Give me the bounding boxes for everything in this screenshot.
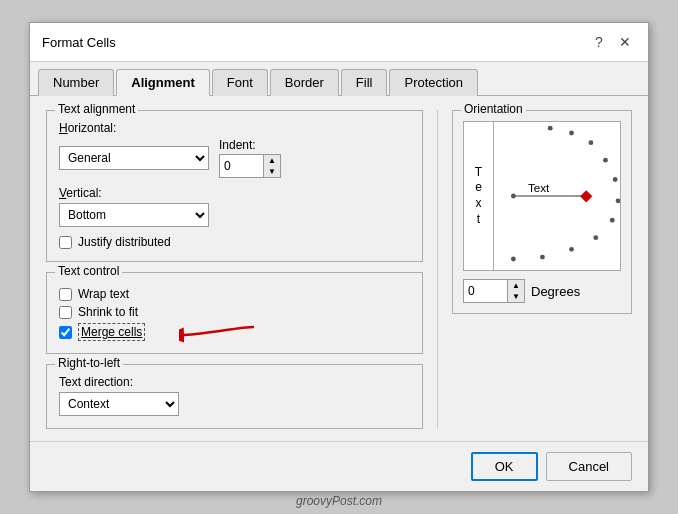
annotation-arrow: [179, 319, 259, 349]
shrink-to-fit-checkbox[interactable]: [59, 306, 72, 319]
text-alignment-label: Text alignment: [55, 102, 138, 116]
svg-point-9: [569, 131, 574, 136]
vertical-select[interactable]: Top Center Bottom Justify Distributed: [59, 203, 209, 227]
svg-point-14: [511, 194, 516, 199]
indent-label: Indent:: [219, 138, 256, 152]
orientation-svg[interactable]: Text: [494, 122, 620, 270]
format-cells-dialog: Format Cells ? ✕ Number Alignment Font B…: [29, 22, 649, 492]
orientation-dial[interactable]: T e x t: [463, 121, 621, 271]
degrees-spinner-buttons: ▲ ▼: [507, 279, 525, 303]
svg-point-10: [548, 126, 553, 131]
watermark: groovyPost.com: [296, 494, 382, 508]
svg-point-3: [593, 235, 598, 240]
ok-button[interactable]: OK: [471, 452, 538, 481]
dialog-title: Format Cells: [42, 35, 116, 50]
justify-distributed-label: Justify distributed: [78, 235, 171, 249]
svg-rect-12: [580, 190, 592, 202]
svg-point-5: [616, 198, 620, 203]
horizontal-select[interactable]: General Left Center Right Fill Justify C…: [59, 146, 209, 170]
wrap-text-row: Wrap text: [59, 287, 410, 301]
rtl-section: Right-to-left Text direction: Context Le…: [46, 364, 423, 429]
justify-distributed-row: Justify distributed: [59, 235, 410, 249]
cancel-button[interactable]: Cancel: [546, 452, 632, 481]
svg-point-8: [589, 140, 594, 145]
vertical-label: Vertical:: [59, 186, 410, 200]
merge-cells-label: Merge cells: [78, 323, 145, 341]
text-direction-label: Text direction:: [59, 375, 410, 389]
wrap-text-checkbox[interactable]: [59, 288, 72, 301]
wrap-text-label: Wrap text: [78, 287, 129, 301]
panel-divider: [437, 110, 438, 429]
indent-input[interactable]: [219, 154, 263, 178]
svg-point-0: [511, 257, 516, 262]
indent-section: Indent: ▲ ▼: [219, 138, 281, 178]
shrink-to-fit-label: Shrink to fit: [78, 305, 138, 319]
indent-spinner: ▲ ▼: [219, 154, 281, 178]
orientation-label: Orientation: [461, 102, 526, 116]
title-bar: Format Cells ? ✕: [30, 23, 648, 62]
text-control-label: Text control: [55, 264, 122, 278]
dialog-footer: OK Cancel: [30, 441, 648, 491]
tab-number[interactable]: Number: [38, 69, 114, 96]
degrees-label: Degrees: [531, 284, 580, 299]
degrees-row: ▲ ▼ Degrees: [463, 279, 621, 303]
dot-grid-area: Text: [494, 122, 620, 270]
merge-cells-row: Merge cells: [59, 323, 410, 341]
left-panel: Text alignment Horizontal: General Left …: [46, 110, 423, 429]
tab-font[interactable]: Font: [212, 69, 268, 96]
text-alignment-section: Text alignment Horizontal: General Left …: [46, 110, 423, 262]
horizontal-row: General Left Center Right Fill Justify C…: [59, 138, 410, 178]
tab-border[interactable]: Border: [270, 69, 339, 96]
tab-fill[interactable]: Fill: [341, 69, 388, 96]
horizontal-label: Horizontal:: [59, 121, 410, 135]
svg-point-1: [540, 255, 545, 260]
close-button[interactable]: ✕: [614, 31, 636, 53]
degrees-input[interactable]: [463, 279, 507, 303]
help-button[interactable]: ?: [588, 31, 610, 53]
degrees-up-button[interactable]: ▲: [508, 280, 524, 291]
text-control-section: Text control Wrap text Shrink to fit Mer…: [46, 272, 423, 354]
justify-distributed-checkbox[interactable]: [59, 236, 72, 249]
text-direction-select[interactable]: Context Left-to-Right Right-to-Left: [59, 392, 179, 416]
indent-spinner-buttons: ▲ ▼: [263, 154, 281, 178]
svg-text:Text: Text: [528, 181, 550, 194]
right-panel: Orientation T e x t: [452, 110, 632, 429]
vertical-text-column: T e x t: [464, 122, 494, 270]
svg-point-6: [613, 177, 618, 182]
degrees-spinner: ▲ ▼: [463, 279, 525, 303]
title-bar-controls: ? ✕: [588, 31, 636, 53]
svg-point-2: [569, 247, 574, 252]
degrees-down-button[interactable]: ▼: [508, 291, 524, 302]
tab-alignment[interactable]: Alignment: [116, 69, 210, 96]
tab-bar: Number Alignment Font Border Fill Protec…: [30, 62, 648, 96]
tab-content: Text alignment Horizontal: General Left …: [30, 96, 648, 441]
rtl-label: Right-to-left: [55, 356, 123, 370]
orientation-section: Orientation T e x t: [452, 110, 632, 314]
tab-protection[interactable]: Protection: [389, 69, 478, 96]
indent-up-button[interactable]: ▲: [264, 155, 280, 166]
vertical-row: Top Center Bottom Justify Distributed: [59, 203, 410, 227]
indent-down-button[interactable]: ▼: [264, 166, 280, 177]
merge-cells-checkbox[interactable]: [59, 326, 72, 339]
svg-point-4: [610, 218, 615, 223]
svg-point-7: [603, 158, 608, 163]
shrink-to-fit-row: Shrink to fit: [59, 305, 410, 319]
